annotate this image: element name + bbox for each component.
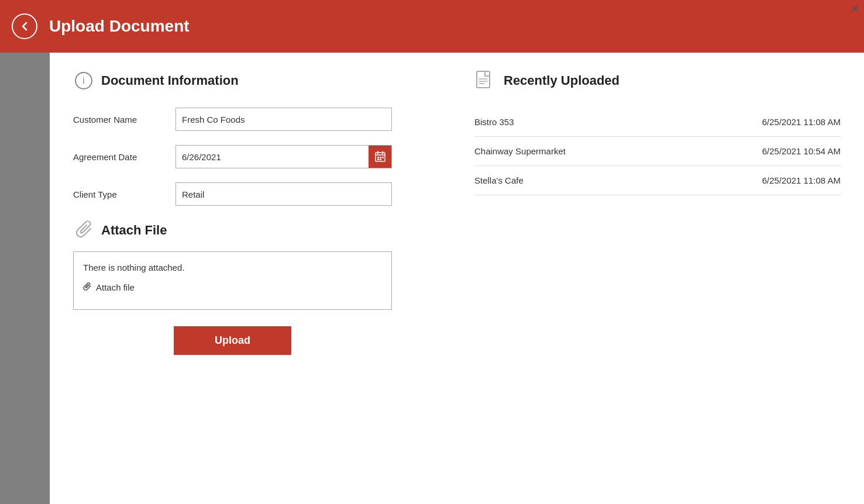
customer-name-label: Customer Name (73, 115, 175, 125)
upload-button-wrapper: Upload (73, 326, 392, 355)
customer-name-input[interactable] (175, 108, 392, 131)
svg-rect-10 (380, 159, 381, 161)
header-bar: Upload Document (0, 0, 864, 53)
date-input-wrapper (175, 145, 392, 168)
calendar-icon (374, 151, 386, 163)
svg-rect-11 (477, 71, 490, 88)
attach-file-header: Attach File (73, 220, 439, 241)
document-info-header: i Document Information (73, 70, 439, 91)
customer-name-group: Customer Name (73, 108, 439, 131)
calendar-button[interactable] (369, 145, 392, 168)
attach-file-link[interactable]: Attach file (83, 282, 382, 292)
svg-rect-9 (377, 159, 379, 161)
document-icon-svg (476, 71, 494, 91)
info-icon: i (73, 70, 94, 91)
recent-item-date-1: 6/25/2021 10:54 AM (762, 146, 841, 156)
sidebar-strip (0, 53, 50, 504)
right-panel: Recently Uploaded Bistro 353 6/25/2021 1… (463, 70, 841, 486)
svg-text:i: i (82, 75, 85, 85)
recently-uploaded-title: Recently Uploaded (504, 73, 619, 88)
paperclip-icon-svg (75, 220, 92, 240)
paperclip-small-icon (83, 282, 91, 292)
attach-file-label: Attach file (96, 282, 135, 292)
content-area: i Document Information Customer Name Agr… (50, 53, 864, 504)
left-panel: i Document Information Customer Name Agr… (73, 70, 439, 486)
recent-item-1: Chainway Supermarket 6/25/2021 10:54 AM (474, 137, 841, 166)
agreement-date-input[interactable] (175, 145, 369, 168)
attach-file-box: There is nothing attached. Attach file (73, 251, 392, 310)
document-info-title: Document Information (101, 73, 239, 88)
attach-file-title: Attach File (101, 223, 167, 238)
recent-item-date-0: 6/25/2021 11:08 AM (762, 117, 841, 127)
svg-rect-8 (382, 157, 384, 158)
recent-item-2: Stella's Cafe 6/25/2021 11:08 AM (474, 166, 841, 195)
attach-file-section: Attach File There is nothing attached. A… (73, 220, 439, 355)
info-circle-icon: i (74, 71, 93, 90)
page-title: Upload Document (49, 17, 190, 36)
recent-item-name-0: Bistro 353 (474, 117, 514, 127)
back-button[interactable] (12, 13, 37, 39)
recent-item-name-1: Chainway Supermarket (474, 146, 566, 156)
svg-rect-6 (377, 157, 379, 158)
recent-item-date-2: 6/25/2021 11:08 AM (762, 175, 841, 185)
recent-items-list: Bistro 353 6/25/2021 11:08 AM Chainway S… (474, 108, 841, 195)
client-type-label: Client Type (73, 189, 175, 199)
recent-item-name-2: Stella's Cafe (474, 175, 524, 185)
paperclip-large-icon (73, 220, 94, 241)
recently-uploaded-header: Recently Uploaded (474, 70, 841, 91)
agreement-date-label: Agreement Date (73, 152, 175, 162)
back-arrow-icon (19, 20, 30, 32)
client-type-group: Client Type (73, 182, 439, 206)
document-icon (474, 70, 495, 91)
upload-button[interactable]: Upload (174, 326, 291, 355)
nothing-attached-text: There is nothing attached. (83, 263, 382, 272)
agreement-date-group: Agreement Date (73, 145, 439, 168)
main-content: i Document Information Customer Name Agr… (0, 53, 864, 504)
close-button[interactable]: ✕ (851, 2, 859, 15)
recent-item-0: Bistro 353 6/25/2021 11:08 AM (474, 108, 841, 137)
svg-rect-7 (380, 157, 381, 158)
client-type-input[interactable] (175, 182, 392, 206)
